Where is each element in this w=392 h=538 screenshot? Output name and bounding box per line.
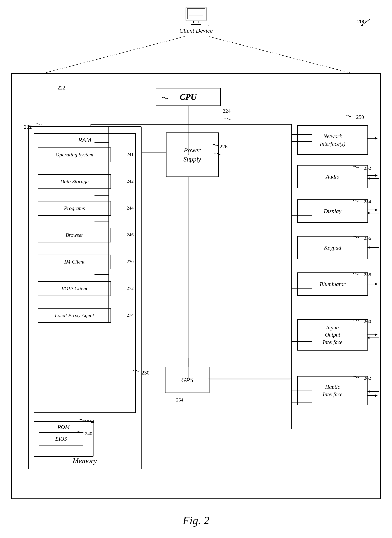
svg-marker-55 [375,283,378,285]
ref-274: 274 [127,313,134,318]
display-label: Display [324,208,341,215]
svg-rect-3 [187,9,205,19]
ref-260: 260 [364,319,371,324]
svg-marker-60 [367,390,369,393]
gps-label: GPS [181,376,193,384]
ref-272: 272 [127,286,134,291]
client-device-icon [183,6,209,26]
svg-rect-5 [191,23,201,24]
module-datastorage: Data Storage [38,174,111,189]
ram-box: RAM Operating System 241 Data Storage 24… [34,133,136,413]
client-device-label: Client Device [179,27,213,34]
ref-256: 256 [364,235,371,241]
ref-252-wavy-icon [353,165,364,171]
ref-260-wavy-icon [353,318,364,324]
ref-226-wavy-icon [213,143,224,149]
ref-244: 244 [127,206,134,211]
svg-marker-43 [375,137,378,140]
module-datastorage-label: Data Storage [60,178,89,185]
illuminator-label: Illuminator [320,281,345,287]
ref-252: 252 [364,166,371,171]
ref-258: 258 [364,272,371,277]
module-voipclient: VOIP Client [38,281,111,296]
module-browser: Browser [38,228,111,243]
keypad-arrow-left-icon [367,246,380,249]
rom-box: ROM BIOS [34,421,93,457]
ref-264: 264 [176,397,183,403]
ref-254-wavy-icon [353,199,364,204]
svg-marker-63 [375,394,378,397]
svg-line-10 [41,37,185,74]
ref-250: 250 [356,114,364,120]
bios-wavy-icon [77,429,93,437]
ref-270: 270 [127,259,134,264]
module-os-label: Operating System [56,152,93,158]
module-voipclient-label: VOIP Client [61,286,87,292]
io-interface-label: Input/ Output Interface [323,324,342,346]
arrow-200-icon [359,18,372,26]
keypad-label: Keypad [324,244,341,251]
module-programs-label: Programs [64,205,85,211]
cpu-box: CPU [156,88,221,106]
audio-arrow-left-icon [367,177,380,180]
illuminator-arrow-right-icon [367,282,380,286]
module-localproxy-label: Local Proxy Agent [55,312,94,318]
ram-label: RAM [34,136,135,144]
network-interface-box: Network Interface(s) [297,125,368,155]
cpu-label: CPU [180,92,197,102]
gps-box: GPS [165,367,210,393]
bios-box: BIOS [39,432,83,445]
ref-250-wavy-icon [346,114,357,119]
display-arrow-left-icon [367,211,380,215]
audio-label: Audio [326,173,340,180]
module-imclient-label: IM Client [64,259,84,265]
haptic-arrow-left-icon [367,390,380,393]
haptic-arrow-right-icon [367,394,380,398]
haptic-interface-label: Haptic Interface [323,383,342,398]
power-supply-box: Power Supply [166,132,219,177]
ref-258-wavy-icon [353,272,364,277]
memory-box: Memory RAM Operating System 241 Data Sto… [28,126,142,469]
network-arrow-right-icon [367,136,380,140]
svg-marker-52 [367,246,369,249]
module-imclient: IM Client [38,255,111,269]
ref-262-wavy-icon [353,375,364,381]
client-device-area: Client Device [179,6,213,34]
module-localproxy: Local Proxy Agent [38,308,111,323]
io-arrow-left-icon [367,336,380,366]
ref-246: 246 [127,232,134,238]
module-browser-label: Browser [65,232,83,238]
ref-256-wavy-icon [353,235,364,241]
svg-rect-9 [184,25,208,26]
ref-222: 222 [57,85,65,91]
ref-242: 242 [127,179,134,184]
ref-241: 241 [127,152,134,157]
ref-262: 262 [364,375,371,381]
memory-label: Memory [29,456,141,465]
rom-wavy-icon [79,417,96,425]
svg-marker-49 [375,209,378,211]
ref-224: 224 [223,108,231,114]
page-container: 200 Client Device [0,0,392,538]
bios-label: BIOS [55,436,67,442]
module-os: Operating System [38,147,111,162]
svg-marker-46 [367,177,369,180]
main-diagram-box: 222 CPU 224 232 Memory RAM Operating Sys… [11,73,381,499]
network-interface-label: Network Interface(s) [320,133,345,147]
svg-marker-45 [375,174,378,177]
module-programs: Programs [38,201,111,216]
svg-marker-58 [367,337,369,339]
ref-230-wavy-icon [133,368,146,374]
svg-line-11 [209,37,355,74]
figure-caption: Fig. 2 [183,514,209,527]
ref-254: 254 [364,199,371,205]
svg-rect-4 [193,21,199,23]
power-supply-label: Power Supply [183,146,201,164]
svg-marker-1 [361,24,363,26]
svg-marker-57 [375,333,378,336]
svg-marker-50 [367,212,369,214]
